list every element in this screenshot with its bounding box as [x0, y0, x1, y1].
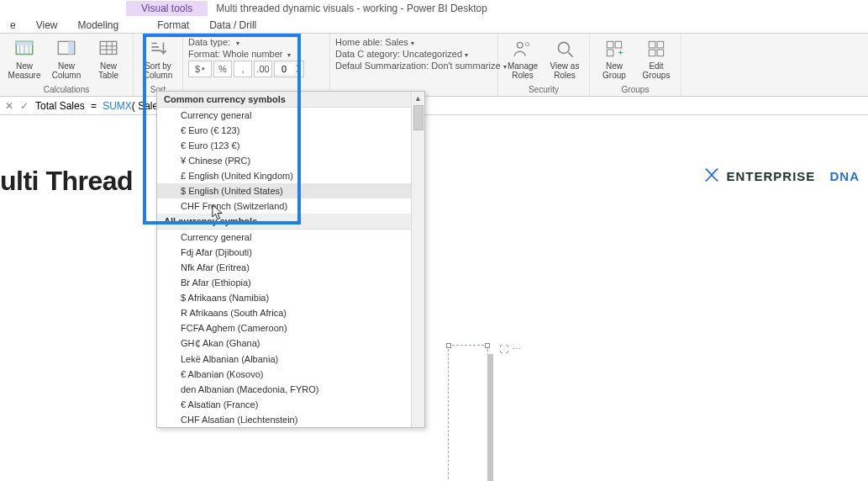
cancel-icon[interactable]: ✕ [5, 100, 17, 112]
tab-data-drill[interactable]: Data / Drill [199, 18, 266, 33]
thousands-format-button[interactable]: , [234, 61, 252, 77]
currency-option[interactable]: € Alsatian (France) [157, 397, 424, 412]
new-group-button[interactable]: + New Group [595, 37, 634, 80]
scroll-up-arrow[interactable]: ▲ [412, 92, 424, 105]
currency-dropdown[interactable]: ▲ Common currency symbolsCurrency genera… [156, 91, 425, 428]
currency-option[interactable]: Br Afar (Ethiopia) [157, 275, 424, 290]
ribbon-group-calculations: New Measure New Column New Table Calcula… [0, 34, 134, 96]
currency-option[interactable]: € Albanian (Kosovo) [157, 367, 424, 382]
new-measure-button[interactable]: New Measure [5, 37, 44, 80]
group-label: Security [529, 83, 559, 96]
currency-option[interactable]: Currency general [157, 108, 424, 123]
currency-option[interactable]: £ English (United Kingdom) [157, 168, 424, 183]
dropdown-scrollbar[interactable]: ▲ [411, 92, 424, 427]
ribbon-tabs: e View Modeling Format Data / Drill [0, 17, 868, 34]
eq: = [91, 100, 97, 112]
svg-rect-22 [649, 50, 655, 56]
currency-option[interactable]: GH₵ Akan (Ghana) [157, 336, 424, 352]
home-table-row[interactable]: Home able: Sales ▾ [335, 37, 492, 47]
currency-option[interactable]: den Albanian (Macedonia, FYRO) [157, 382, 424, 397]
label: $ [195, 64, 200, 74]
new-column-button[interactable]: New Column [47, 37, 86, 80]
more-icon[interactable]: ⋯ [512, 344, 521, 355]
currency-option[interactable]: Lekë Albanian (Albania) [157, 352, 424, 367]
data-category-row[interactable]: Data C ategory: Uncategorized ▾ [335, 49, 492, 59]
label: Sort by Column [139, 61, 177, 80]
roles-icon [511, 37, 534, 61]
titlebar: Visual tools Multi threaded dynamic visu… [0, 0, 868, 17]
tab-view[interactable]: View [26, 18, 68, 33]
edit-groups-button[interactable]: Edit Groups [637, 37, 676, 80]
tab-home-fragment[interactable]: e [0, 18, 26, 33]
table-icon [97, 37, 120, 61]
label: Manage Roles [503, 61, 542, 80]
svg-rect-23 [657, 50, 664, 56]
formula-bar[interactable]: ✕ ✓ Total Sales = SUMX( Sales [0, 97, 868, 115]
dropdown-header-all: All currency symbols [157, 214, 424, 230]
svg-rect-20 [649, 41, 655, 48]
svg-point-13 [525, 42, 529, 45]
currency-option[interactable]: ¥ Chinese (PRC) [157, 153, 424, 168]
column-icon [55, 37, 78, 61]
format-row[interactable]: Format: Whole number ▾ [188, 49, 324, 59]
scroll-thumb[interactable] [413, 105, 423, 130]
label: Home [335, 37, 360, 47]
ribbon-group-sort: Sort by Column Sort [134, 34, 183, 96]
label: New Column [47, 61, 86, 80]
tab-format[interactable]: Format [147, 18, 199, 33]
report-canvas[interactable]: ulti Thread ENTERPRISE DNA ⛶⋯ [0, 115, 868, 481]
currency-option[interactable]: FCFA Aghem (Cameroon) [157, 320, 424, 336]
currency-option[interactable]: € Euro (€ 123) [157, 123, 424, 138]
sort-by-column-button[interactable]: Sort by Column [139, 37, 177, 80]
new-group-icon: + [602, 37, 626, 61]
default-summarization-row[interactable]: Defaul Summarization: Don't summarize ▾ [335, 61, 492, 71]
value: ategory: Uncategorized [366, 49, 462, 59]
decimal-format-button[interactable]: .00 [254, 61, 272, 77]
currency-option[interactable]: $ English (United States) [157, 183, 424, 198]
view-roles-icon [553, 37, 576, 61]
currency-option[interactable]: € Euro (123 €) [157, 138, 424, 153]
svg-point-14 [558, 42, 569, 53]
svg-rect-7 [100, 41, 117, 54]
dna-icon [702, 166, 721, 187]
new-table-button[interactable]: New Table [89, 37, 128, 80]
decimal-places-spinner[interactable]: ▲▼ [274, 61, 304, 77]
measure-name: Total Sales [35, 100, 85, 112]
edit-groups-icon [644, 37, 668, 61]
accept-icon[interactable]: ✓ [20, 100, 32, 112]
svg-point-12 [518, 42, 523, 48]
spin-up[interactable]: ▲ [293, 61, 303, 69]
percent-format-button[interactable]: % [213, 61, 232, 77]
currency-format-button[interactable]: $▾ [188, 61, 212, 77]
chevron-down-icon: ▾ [411, 40, 414, 47]
label: View as Roles [545, 61, 584, 80]
currency-option[interactable]: Fdj Afar (Djibouti) [157, 245, 424, 260]
currency-option[interactable]: R Afrikaans (South Africa) [157, 305, 424, 320]
tab-modeling[interactable]: Modeling [67, 18, 129, 33]
visual-tools-tab[interactable]: Visual tools [126, 1, 208, 16]
spin-down[interactable]: ▼ [293, 69, 303, 77]
dropdown-header-common: Common currency symbols [157, 92, 424, 108]
currency-option[interactable]: CHF Alsatian (Liechtenstein) [157, 412, 424, 427]
currency-option[interactable]: Currency general [157, 230, 424, 245]
visual-toolbar[interactable]: ⛶⋯ [499, 344, 521, 355]
focus-icon[interactable]: ⛶ [499, 344, 508, 355]
currency-option[interactable]: CHF French (Switzerland) [157, 198, 424, 214]
format-value: Whole number [223, 49, 283, 59]
ribbon-group-groups: + New Group Edit Groups Groups [590, 34, 681, 96]
view-as-roles-button[interactable]: View as Roles [545, 37, 584, 80]
decimal-places-input[interactable] [275, 64, 293, 74]
label: New Table [89, 61, 128, 80]
selected-visual-placeholder[interactable]: ⛶⋯ [448, 345, 488, 481]
formula-text[interactable]: Total Sales = SUMX( Sales [35, 100, 163, 112]
resize-handle[interactable] [485, 343, 490, 348]
function-name: SUMX [103, 100, 132, 112]
chevron-down-icon: ▾ [236, 40, 239, 47]
resize-handle[interactable] [446, 343, 451, 348]
currency-option[interactable]: Nfk Afar (Eritrea) [157, 260, 424, 275]
data-type-row[interactable]: Data type: ▾ [188, 37, 324, 47]
manage-roles-button[interactable]: Manage Roles [503, 37, 542, 80]
svg-rect-21 [657, 41, 664, 48]
currency-option[interactable]: $ Afrikaans (Namibia) [157, 290, 424, 305]
scroll-thumb[interactable] [487, 354, 493, 481]
